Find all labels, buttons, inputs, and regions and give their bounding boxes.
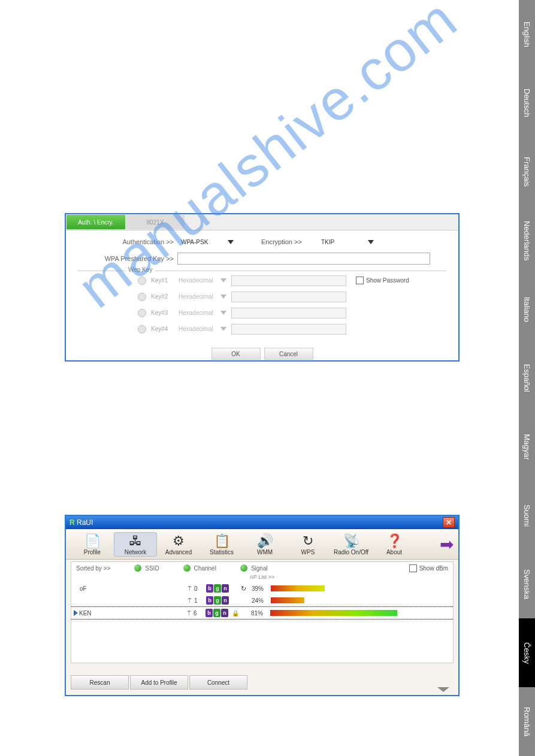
wep-key1-radio[interactable] bbox=[138, 277, 146, 285]
network-icon: 🖧 bbox=[129, 533, 142, 549]
toolbar-about[interactable]: ❓About bbox=[373, 532, 416, 557]
wep-key2-label: Key#2 bbox=[151, 293, 179, 300]
ap-channel: 6 bbox=[194, 610, 205, 617]
antenna-icon: ⍑ bbox=[187, 609, 191, 617]
play-icon bbox=[74, 610, 78, 616]
sorted-by-label: Sorted by >> bbox=[76, 565, 110, 572]
ap-channel: 1 bbox=[194, 597, 206, 604]
lang-tab-romana[interactable]: Română bbox=[519, 687, 535, 756]
chevron-down-icon bbox=[220, 327, 226, 331]
lang-tab-suomi[interactable]: Suomi bbox=[519, 481, 535, 550]
auth-tabs: Auth. \ Encry. 8021X bbox=[66, 214, 458, 230]
ap-row[interactable]: KEN ⍑ 6 bgn 🔒 81% bbox=[71, 606, 453, 620]
tab-auth-encry[interactable]: Auth. \ Encry. bbox=[67, 215, 125, 229]
toolbar-statistics[interactable]: 📋Statistics bbox=[200, 532, 243, 557]
authentication-value: WPA-PSK bbox=[181, 239, 208, 245]
raui-window: R RaUI ✕ 📄Profile 🖧Network ⚙Advanced 📋St… bbox=[65, 515, 460, 696]
wep-key3-type: Hexadecimal bbox=[179, 309, 213, 316]
lang-tab-deutsch[interactable]: Deutsch bbox=[519, 69, 535, 138]
toolbar-network[interactable]: 🖧Network bbox=[114, 532, 157, 557]
wep-key2-type-select[interactable]: Hexadecimal bbox=[179, 293, 226, 300]
ap-row[interactable]: ⍑ 1 bgn 24% bbox=[71, 594, 453, 606]
ap-channel: 0 bbox=[194, 585, 206, 592]
lang-tab-magyar[interactable]: Magyar bbox=[519, 412, 535, 481]
toolbar-about-label: About bbox=[386, 549, 402, 555]
wep-key2-radio[interactable] bbox=[138, 293, 146, 301]
wep-key4-radio[interactable] bbox=[138, 325, 146, 333]
chevron-down-icon bbox=[220, 278, 226, 283]
sort-signal-label: Signal bbox=[251, 565, 268, 572]
authentication-select[interactable]: WPA-PSK bbox=[177, 236, 237, 247]
sort-signal[interactable]: Signal bbox=[240, 564, 268, 572]
connect-button[interactable]: Connect bbox=[189, 675, 247, 690]
chevron-down-icon bbox=[437, 687, 449, 692]
profile-icon: 📄 bbox=[84, 533, 101, 549]
wep-key2-input[interactable] bbox=[231, 292, 346, 302]
wep-key1-input[interactable] bbox=[231, 275, 346, 286]
tab-8021x[interactable]: 8021X bbox=[126, 215, 185, 229]
lang-tab-espanol[interactable]: Español bbox=[519, 344, 535, 412]
psk-label: WPA Preshared Key >> bbox=[78, 255, 177, 262]
sort-channel[interactable]: Channel bbox=[183, 564, 216, 572]
toolbar-advanced-label: Advanced bbox=[165, 549, 192, 555]
signal-pct: 24% bbox=[252, 597, 271, 604]
wep-key4-type-select[interactable]: Hexadecimal bbox=[179, 326, 226, 332]
lang-tab-cesky[interactable]: Česky bbox=[519, 618, 535, 687]
toolbar: 📄Profile 🖧Network ⚙Advanced 📋Statistics … bbox=[66, 529, 458, 560]
language-sidebar: English Deutsch Français Nederlands Ital… bbox=[519, 0, 535, 756]
close-icon: ✕ bbox=[446, 518, 452, 527]
toolbar-radio[interactable]: 📡Radio On/Off bbox=[330, 532, 373, 557]
wep-key1-label: Key#1 bbox=[151, 277, 179, 284]
lang-tab-english[interactable]: English bbox=[519, 0, 535, 69]
wep-key1-type-select[interactable]: Hexadecimal bbox=[179, 277, 226, 284]
wep-key3-input[interactable] bbox=[231, 308, 346, 318]
cancel-button[interactable]: Cancel bbox=[264, 348, 313, 360]
add-to-profile-button[interactable]: Add to Profile bbox=[130, 675, 188, 690]
lang-tab-francais[interactable]: Français bbox=[519, 138, 535, 207]
toolbar-profile[interactable]: 📄Profile bbox=[71, 532, 114, 557]
auth-encry-panel: Auth. \ Encry. 8021X Authentication >> W… bbox=[65, 213, 460, 362]
radio-icon bbox=[183, 564, 191, 572]
encryption-value: TKIP bbox=[321, 239, 334, 245]
wmm-icon: 🔊 bbox=[257, 533, 273, 549]
wep-key4-input[interactable] bbox=[231, 324, 346, 335]
ok-button[interactable]: OK bbox=[211, 348, 261, 360]
mode-badges: bgn bbox=[206, 596, 229, 605]
sort-bar: Sorted by >> SSID Channel Signal Show dB… bbox=[71, 561, 454, 575]
signal-bar bbox=[271, 597, 304, 603]
expand-toggle[interactable] bbox=[437, 687, 450, 693]
psk-input[interactable] bbox=[177, 253, 430, 265]
toolbar-radio-label: Radio On/Off bbox=[334, 549, 368, 555]
statistics-icon: 📋 bbox=[214, 533, 230, 549]
show-dbm-checkbox[interactable]: Show dBm bbox=[409, 564, 448, 572]
next-arrow-icon[interactable]: ➡ bbox=[440, 535, 454, 554]
toolbar-wps[interactable]: ↻WPS bbox=[286, 532, 330, 557]
radio-icon bbox=[134, 564, 141, 572]
show-password-checkbox[interactable]: Show Password bbox=[356, 277, 409, 284]
wep-key3-type-select[interactable]: Hexadecimal bbox=[179, 309, 226, 316]
ap-row[interactable]: oF ⍑ 0 bgn ↻ 39% bbox=[71, 582, 453, 594]
encryption-label: Encryption >> bbox=[261, 238, 306, 245]
wep-key3-radio[interactable] bbox=[138, 309, 146, 317]
wep-key3-label: Key#3 bbox=[151, 309, 179, 316]
close-button[interactable]: ✕ bbox=[443, 517, 455, 528]
toolbar-advanced[interactable]: ⚙Advanced bbox=[157, 532, 200, 557]
mode-badges: bgn bbox=[205, 609, 228, 617]
signal-pct: 81% bbox=[251, 610, 270, 617]
sort-ssid[interactable]: SSID bbox=[134, 564, 159, 572]
wep-key2-type: Hexadecimal bbox=[179, 293, 213, 300]
lang-tab-italiano[interactable]: Italiano bbox=[519, 275, 535, 344]
about-icon: ❓ bbox=[386, 533, 403, 549]
lang-tab-nederlands[interactable]: Nederlands bbox=[519, 206, 535, 275]
antenna-icon: ⍑ bbox=[188, 584, 192, 593]
toolbar-wps-label: WPS bbox=[301, 549, 315, 555]
refresh-icon: ↻ bbox=[241, 585, 249, 593]
lang-tab-svenska[interactable]: Svenska bbox=[519, 550, 535, 619]
encryption-select[interactable]: TKIP bbox=[318, 236, 377, 247]
toolbar-wmm[interactable]: 🔊WMM bbox=[243, 532, 286, 557]
antenna-icon: ⍑ bbox=[188, 596, 192, 605]
rescan-button[interactable]: Rescan bbox=[71, 675, 129, 690]
ap-name: KEN bbox=[79, 610, 187, 617]
chevron-down-icon bbox=[220, 311, 226, 315]
authentication-label: Authentication >> bbox=[78, 238, 177, 245]
